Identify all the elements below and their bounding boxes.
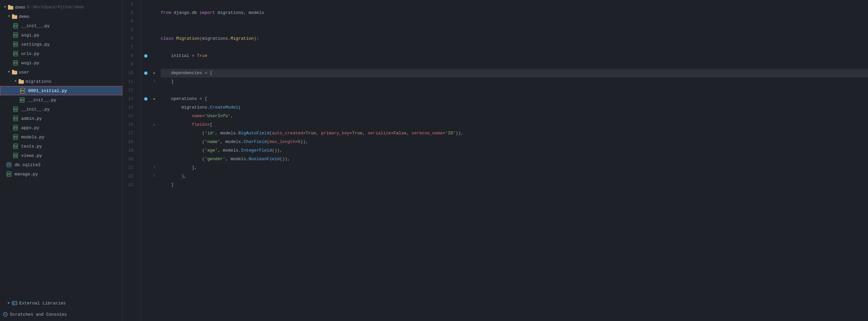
gutter-cell (141, 60, 151, 69)
python-file-icon: py (13, 23, 18, 29)
code-line-20: ('gender', models.BooleanField()), (161, 155, 868, 164)
fold-icon[interactable]: ▾ (151, 120, 157, 129)
sidebar-item-label: migrations (26, 79, 51, 84)
sidebar-item-label: manage.py (14, 172, 38, 177)
python-file-icon: py (13, 116, 18, 121)
sidebar-item-admin-py[interactable]: py admin.py (0, 114, 122, 123)
line-num: 7 (123, 43, 136, 51)
sidebar-item-views-py[interactable]: py views.py (0, 151, 122, 160)
sidebar-item-demo-folder[interactable]: ▼ demo (0, 12, 122, 21)
sidebar-item-label: __init__.py (21, 107, 50, 112)
sidebar-item-asgi-py[interactable]: py asgi.py (0, 30, 122, 40)
project-root[interactable]: ▼ demo D:\WorkSpace\Python\demo (0, 3, 122, 12)
chevron-down-icon: ▼ (7, 14, 11, 19)
fold-cell (151, 103, 157, 112)
sidebar-item-external-libraries[interactable]: ▶ External Libraries (0, 298, 122, 308)
code-line-16: fields=[ (161, 120, 868, 129)
database-file-icon: db (7, 163, 11, 167)
fold-cell (151, 17, 157, 26)
fold-cell (151, 26, 157, 34)
python-file-icon: py (20, 97, 25, 103)
sidebar-item-wsgi-py[interactable]: py wsgi.py (0, 58, 122, 68)
gutter-cell (141, 112, 151, 120)
fold-cell (151, 34, 157, 43)
code-content: 2 3 4 5 6 7 8 9 10 11 12 13 14 15 16 17 … (123, 0, 868, 321)
sidebar-item-user-folder[interactable]: ▼ user (0, 68, 122, 77)
sidebar-item-urls-py[interactable]: py urls.py (0, 49, 122, 58)
fold-cell (151, 129, 157, 138)
line-num: 23 (123, 181, 136, 189)
line-num: 17 (123, 129, 136, 138)
code-line-18: ('name', models.CharField(max_length=5))… (161, 138, 868, 146)
gutter-cell (141, 172, 151, 181)
sidebar-item-init-py-3[interactable]: py __init__.py (0, 105, 122, 114)
code-lines[interactable]: from django.db import migrations, models… (157, 0, 868, 321)
bookmark-icon (144, 54, 148, 58)
code-line-15: name='UserInfo', (161, 112, 868, 120)
line-numbers: 2 3 4 5 6 7 8 9 10 11 12 13 14 15 16 17 … (123, 0, 141, 321)
python-file-icon: py (13, 134, 18, 140)
sidebar-item-models-py[interactable]: py models.py (0, 132, 122, 142)
folder-icon (19, 79, 24, 84)
python-file-icon: py (13, 51, 18, 56)
sidebar-item-scratches[interactable]: Scratches and Consoles (0, 308, 122, 321)
sidebar-item-apps-py[interactable]: py apps.py (0, 123, 122, 132)
line-num: 3 (123, 9, 136, 17)
line-num: 18 (123, 138, 136, 146)
sidebar-item-settings-py[interactable]: py settings.py (0, 40, 122, 49)
python-file-icon: py (13, 153, 18, 158)
line-num: 8 (123, 51, 136, 60)
sidebar-item-label: 0001_initial.py (28, 88, 67, 93)
fold-icon[interactable]: ▾ (151, 69, 157, 77)
gutter-cell (141, 17, 151, 26)
code-line-5 (161, 26, 868, 34)
code-editor: 2 3 4 5 6 7 8 9 10 11 12 13 14 15 16 17 … (123, 0, 868, 321)
sidebar-item-label: urls.py (21, 51, 39, 56)
line-num: 4 (123, 17, 136, 26)
sidebar-item-manage-py[interactable]: py manage.py (0, 170, 122, 179)
code-line-8: initial = True (161, 51, 868, 60)
fold-cell (151, 0, 157, 9)
svg-rect-1 (8, 5, 10, 7)
gutter-cell (141, 86, 151, 95)
line-num: 16 (123, 120, 136, 129)
python-file-icon: py (7, 171, 11, 177)
sidebar-item-0001-initial[interactable]: py 0001_initial.py (0, 86, 122, 95)
line-num: 22 (123, 172, 136, 181)
sidebar-item-label: apps.py (21, 126, 39, 131)
fold-cell (151, 9, 157, 17)
chevron-down-icon: ▼ (7, 70, 11, 74)
code-line-12 (161, 86, 868, 95)
sidebar-item-migrations-folder[interactable]: ▼ migrations (0, 77, 122, 86)
sidebar-item-label: admin.py (21, 116, 42, 121)
line-num: 5 (123, 26, 136, 34)
fold-icon[interactable]: ▾ (151, 95, 157, 103)
sidebar-item-init-py-2[interactable]: py __init__.py (0, 95, 122, 105)
fold-cell (151, 60, 157, 69)
sidebar-item-label: asgi.py (21, 33, 39, 38)
line-num: 2 (123, 0, 136, 9)
python-file-icon: py (13, 60, 18, 66)
fold-marker: └ (151, 172, 157, 181)
sidebar-item-tests-py[interactable]: py tests.py (0, 142, 122, 151)
fold-cell (151, 146, 157, 155)
gutter-cell (141, 26, 151, 34)
sidebar-item-db-sqlite3[interactable]: db db.sqlite3 (0, 160, 122, 170)
svg-rect-5 (12, 70, 14, 71)
library-icon (12, 301, 17, 306)
fold-cell (151, 181, 157, 189)
code-line-21: ], (161, 164, 868, 172)
sidebar-item-label: wsgi.py (21, 61, 39, 66)
gutter-cell (141, 34, 151, 43)
sidebar-item-label: db.sqlite3 (14, 163, 40, 168)
python-file-icon: py (13, 107, 18, 112)
gutter-cell (141, 103, 151, 112)
line-num: 10 (123, 69, 136, 77)
code-line-3: from django.db import migrations, models (161, 9, 868, 17)
sidebar-item-label: settings.py (21, 42, 50, 47)
code-line-11: ] (161, 77, 868, 86)
sidebar: ▼ demo D:\WorkSpace\Python\demo ▼ demo p… (0, 0, 123, 321)
python-file-icon: py (13, 125, 18, 131)
svg-rect-7 (19, 79, 21, 81)
sidebar-item-init-py-1[interactable]: py __init__.py (0, 21, 122, 30)
